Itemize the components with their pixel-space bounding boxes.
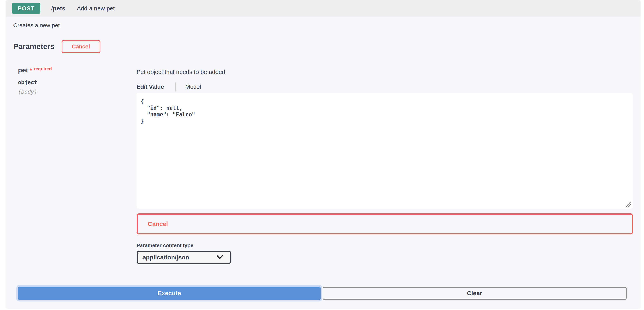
cancel-parameter-button[interactable]: Cancel <box>136 214 633 234</box>
operation-block-post-pets: POST /pets Add a new pet Creates a new p… <box>6 0 640 309</box>
parameter-name: pet <box>18 66 28 74</box>
content-type-select-wrap: application/json <box>136 251 231 264</box>
parameter-location: (body) <box>18 89 52 95</box>
content-type-label: Parameter content type <box>136 242 194 248</box>
required-label: required <box>34 66 52 71</box>
parameters-section-header: Parameters Cancel <box>13 40 100 53</box>
clear-button[interactable]: Clear <box>322 287 627 300</box>
resize-grip-icon[interactable] <box>626 202 631 207</box>
endpoint-summary: Add a new pet <box>77 5 115 12</box>
request-body-editor-container: { "id": null, "name": "Falco" } <box>136 93 633 208</box>
execute-button[interactable]: Execute <box>18 287 320 300</box>
operation-header[interactable]: POST /pets Add a new pet <box>6 0 640 17</box>
parameter-meta-column: pet*required object (body) <box>18 66 52 95</box>
endpoint-path: /pets <box>51 5 66 12</box>
method-badge: POST <box>12 3 40 14</box>
tab-divider <box>176 82 176 92</box>
cancel-tryout-button[interactable]: Cancel <box>62 40 100 53</box>
parameter-description: Pet object that needs to be added <box>136 69 225 76</box>
content-type-select[interactable]: application/json <box>136 251 231 264</box>
parameter-type: object <box>18 79 52 86</box>
parameters-title: Parameters <box>13 42 54 51</box>
operation-description: Creates a new pet <box>13 22 60 29</box>
request-body-editor[interactable]: { "id": null, "name": "Falco" } <box>136 93 633 208</box>
parameter-name-row: pet*required <box>18 66 52 74</box>
tab-edit-value[interactable]: Edit Value <box>136 84 164 90</box>
execute-actions-row: Execute Clear <box>18 287 626 300</box>
body-editor-tabs: Edit Value Model <box>136 82 201 92</box>
tab-model[interactable]: Model <box>186 84 201 90</box>
required-star-icon: * <box>30 67 32 74</box>
